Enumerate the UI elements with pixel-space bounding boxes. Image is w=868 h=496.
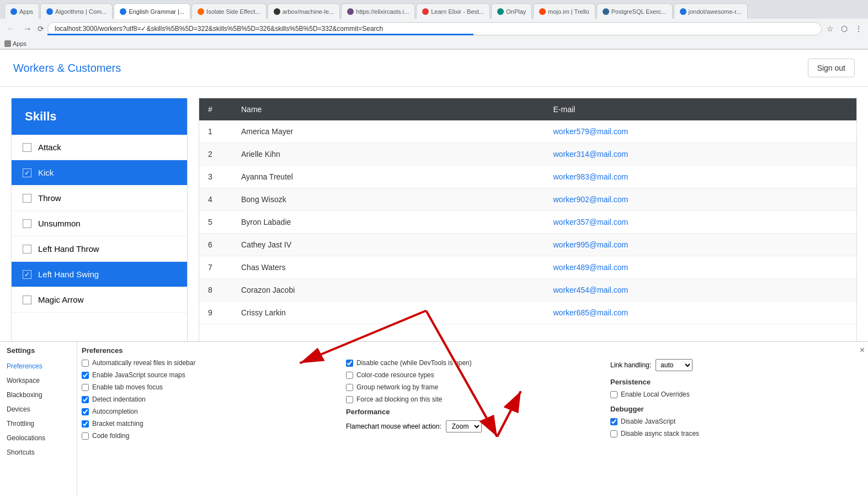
devtools-settings-title: Settings (0, 342, 77, 359)
tab-english-grammar[interactable]: English Grammar |... (114, 3, 190, 19)
devtools-sidebar-workspace[interactable]: Workspace (0, 373, 77, 388)
skill-checkbox-magic-arrow[interactable] (23, 296, 31, 304)
bookmark-favicon-apps (4, 40, 11, 47)
browser-chrome: Apps Algorithms | Com... English Grammar… (0, 0, 868, 50)
pref-force-adblocking-checkbox[interactable] (346, 396, 353, 403)
skill-item-attack[interactable]: Attack (12, 135, 187, 160)
pref-reveal-files-checkbox[interactable] (82, 360, 89, 367)
pref-bracket-matching-checkbox[interactable] (82, 420, 89, 428)
cell-num: 3 (199, 166, 232, 188)
tab-favicon-jondot (680, 8, 686, 15)
pref-col2: Disable cache (while DevTools is open) C… (346, 359, 599, 444)
pref-tab-moves-focus: Enable tab moves focus (82, 383, 335, 391)
tab-favicon-elixir (347, 8, 354, 15)
devtools-sidebar-geolocations[interactable]: Geolocations (0, 431, 77, 445)
tab-onplay[interactable]: OnPlay (491, 3, 532, 19)
cell-name: Arielle Kihn (232, 143, 545, 165)
skill-checkbox-kick[interactable]: ✓ (23, 168, 31, 177)
cell-num: 8 (199, 279, 232, 301)
devtools-sidebar-devices[interactable]: Devices (0, 402, 77, 416)
cell-email[interactable]: worker579@mail.com (545, 120, 857, 143)
devtools-sidebar-blackboxing[interactable]: Blackboxing (0, 388, 77, 402)
skill-checkbox-attack[interactable] (23, 143, 31, 152)
pref-disable-async-checkbox[interactable] (610, 430, 617, 437)
skill-item-kick[interactable]: ✓ Kick (12, 160, 187, 186)
tab-learn-elixir[interactable]: Learn Elixir - Best... (416, 3, 490, 19)
pref-code-folding-label: Code folding (92, 432, 129, 440)
col-header-num: # (199, 98, 232, 120)
devtools-close-button[interactable]: × (860, 345, 865, 355)
pref-tab-moves-focus-checkbox[interactable] (82, 384, 89, 391)
cell-email[interactable]: worker489@mail.com (545, 256, 857, 278)
tab-jondot[interactable]: jondot/awesome-r... (674, 3, 748, 19)
cell-email[interactable]: worker454@mail.com (545, 279, 857, 301)
tab-favicon-algorithms (46, 8, 53, 15)
skill-item-left-hand-swing[interactable]: ✓ Left Hand Swing (12, 262, 187, 287)
skill-checkbox-left-hand-throw[interactable] (23, 245, 31, 254)
cell-name: Cathey Jast IV (232, 234, 545, 256)
toolbar-icons: ☆ ⬡ ⋮ (825, 24, 864, 34)
tab-mojo[interactable]: mojo.im | Trello (533, 3, 595, 19)
cell-email[interactable]: worker357@mail.com (545, 211, 857, 233)
skill-checkbox-unsummon[interactable] (23, 219, 31, 228)
cell-email[interactable]: worker995@mail.com (545, 234, 857, 256)
tab-arbox[interactable]: arbox/machine-le... (268, 3, 340, 19)
skill-item-magic-arrow[interactable]: Magic Arrow (12, 287, 187, 313)
pref-js-source-maps-checkbox[interactable] (82, 372, 89, 379)
pref-autocompletion-checkbox[interactable] (82, 408, 89, 415)
sign-out-button[interactable]: Sign out (808, 59, 855, 77)
tab-isolate[interactable]: Isolate Side Effect... (191, 3, 267, 19)
cell-email[interactable]: worker983@mail.com (545, 166, 857, 188)
extensions-icon[interactable]: ⬡ (839, 24, 849, 34)
cell-num: 4 (199, 188, 232, 210)
pref-color-code-checkbox[interactable] (346, 372, 353, 379)
tab-learn-elixir-label: Learn Elixir - Best... (431, 8, 484, 15)
pref-disable-js-checkbox[interactable] (610, 418, 617, 425)
pref-js-source-maps: Enable JavaScript source maps (82, 371, 335, 379)
pref-local-overrides-checkbox[interactable] (610, 391, 617, 398)
devtools-preferences-section: Automatically reveal files in sidebar En… (82, 359, 864, 444)
pref-color-code: Color-code resource types (346, 371, 599, 379)
tab-pg-label: PostgreSQL Exerc... (611, 8, 667, 15)
debugger-section: Debugger Disable JavaScript Disable asyn… (610, 405, 864, 437)
link-handling-label: Link handling: (610, 361, 651, 369)
chrome-menu-icon[interactable]: ⋮ (854, 24, 864, 34)
bookmark-apps[interactable]: Apps (4, 40, 26, 47)
tab-apps-label: Apps (19, 8, 33, 15)
skill-item-throw[interactable]: Throw (12, 186, 187, 211)
tab-favicon-onplay (497, 8, 504, 15)
tab-elixircasts-label: https://elixircasts.i... (356, 8, 409, 15)
tab-postgresql[interactable]: PostgreSQL Exerc... (597, 3, 673, 19)
cell-email[interactable]: worker314@mail.com (545, 143, 857, 165)
skill-item-left-hand-throw[interactable]: Left Hand Throw (12, 236, 187, 262)
forward-button[interactable]: → (21, 23, 34, 35)
reload-button[interactable]: ⟳ (38, 24, 44, 33)
devtools-sidebar-preferences[interactable]: Preferences (0, 359, 77, 373)
devtools-sidebar-shortcuts[interactable]: Shortcuts (0, 445, 77, 460)
tab-algorithms[interactable]: Algorithms | Com... (40, 3, 113, 19)
link-handling-select[interactable]: autoalwaysnever (656, 359, 693, 371)
pref-detect-indentation-checkbox[interactable] (82, 396, 89, 403)
tab-mojo-label: mojo.im | Trello (548, 8, 589, 15)
tab-jondot-label: jondot/awesome-r... (689, 8, 742, 15)
skill-item-unsummon[interactable]: Unsummon (12, 211, 187, 236)
skill-checkbox-left-hand-swing[interactable]: ✓ (23, 270, 31, 279)
pref-group-network: Group network log by frame (346, 383, 599, 391)
flamechart-select[interactable]: ZoomScrollPan (446, 420, 482, 432)
tab-apps[interactable]: Apps (4, 3, 39, 19)
bookmarks-star-icon[interactable]: ☆ (825, 24, 835, 34)
pref-tab-moves-focus-label: Enable tab moves focus (92, 383, 163, 391)
back-button[interactable]: ← (4, 23, 18, 35)
pref-group-network-checkbox[interactable] (346, 384, 353, 391)
devtools-sidebar-throttling[interactable]: Throttling (0, 416, 77, 431)
cell-email[interactable]: worker685@mail.com (545, 302, 857, 324)
pref-disable-cache-checkbox[interactable] (346, 360, 353, 367)
pref-code-folding-checkbox[interactable] (82, 432, 89, 440)
skill-label-throw: Throw (38, 193, 61, 203)
tab-favicon-isolate (198, 8, 204, 15)
skill-checkbox-throw[interactable] (23, 194, 31, 203)
table-row: 2 Arielle Kihn worker314@mail.com (199, 143, 856, 166)
table-row: 6 Cathey Jast IV worker995@mail.com (199, 234, 856, 256)
cell-email[interactable]: worker902@mail.com (545, 188, 857, 210)
tab-elixircasts[interactable]: https://elixircasts.i... (341, 3, 415, 19)
